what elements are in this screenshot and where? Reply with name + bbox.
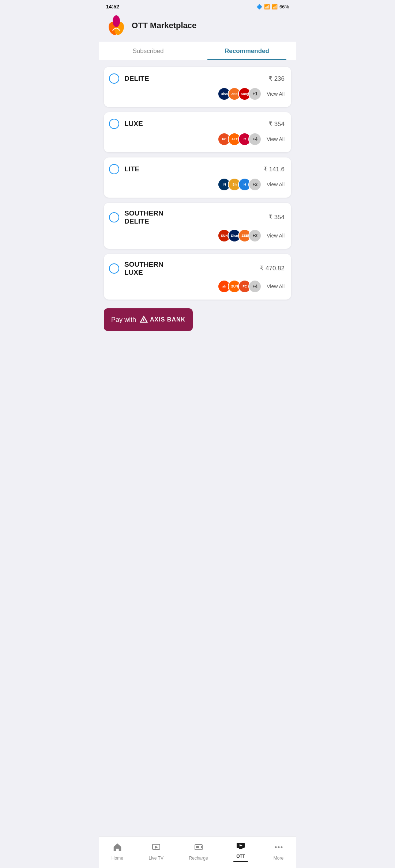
more-badge-southern-delite: +2 xyxy=(248,229,262,242)
more-badge-luxe: +4 xyxy=(248,133,262,146)
bluetooth-icon: 🔷 xyxy=(256,4,262,9)
radio-delite[interactable] xyxy=(109,73,119,84)
channel-icons-luxe: FC ALT R +4 xyxy=(218,133,262,146)
view-all-luxe[interactable]: View All xyxy=(267,136,285,142)
tab-subscribed[interactable]: Subscribed xyxy=(99,42,198,60)
plan-name-wrap-southern-delite: SOUTHERN DELITE xyxy=(124,209,163,225)
plan-name-southern-luxe-1: SOUTHERN xyxy=(124,260,163,269)
pay-label: Pay with xyxy=(111,316,136,324)
svg-point-2 xyxy=(113,15,120,27)
view-all-southern-delite[interactable]: View All xyxy=(267,233,285,239)
app-logo xyxy=(106,15,127,36)
axis-logo-icon xyxy=(140,316,148,324)
radio-luxe[interactable] xyxy=(109,119,119,129)
radio-southern-delite[interactable] xyxy=(109,212,119,222)
plan-name-southern-delite-2: DELITE xyxy=(124,217,163,225)
plan-name-luxe: LUXE xyxy=(124,120,143,128)
plan-card-luxe[interactable]: LUXE ₹ 354 FC ALT R +4 View All xyxy=(104,112,291,152)
tabs-container: Subscribed Recommended xyxy=(99,42,296,60)
plan-card-southern-luxe[interactable]: SOUTHERN LUXE ₹ 470.82 ah SUN FC +4 View… xyxy=(104,254,291,300)
app-title: OTT Marketplace xyxy=(132,21,196,30)
view-all-lite[interactable]: View All xyxy=(267,182,285,187)
plan-card-delite[interactable]: DELITE ₹ 236 Disn ZEE Sony +1 View All xyxy=(104,67,291,107)
plan-name-lite: LITE xyxy=(124,165,139,173)
plan-name-southern-delite-1: SOUTHERN xyxy=(124,209,163,217)
view-all-southern-luxe[interactable]: View All xyxy=(267,283,285,289)
plan-card-lite[interactable]: LITE ₹ 141.6 IN Sh H +2 View All xyxy=(104,157,291,198)
plan-name-delite: DELITE xyxy=(124,75,149,83)
plans-list: DELITE ₹ 236 Disn ZEE Sony +1 View All L… xyxy=(99,60,296,306)
more-badge-lite: +2 xyxy=(248,178,262,191)
view-all-delite[interactable]: View All xyxy=(267,91,285,97)
axis-bank-name: AXIS BANK xyxy=(150,316,185,323)
pay-button[interactable]: Pay with AXIS BANK xyxy=(104,308,193,331)
plan-price-lite: ₹ 141.6 xyxy=(263,165,285,173)
channel-icons-southern-luxe: ah SUN FC +4 xyxy=(218,280,262,293)
tab-recommended[interactable]: Recommended xyxy=(198,42,296,60)
battery-level: 66% xyxy=(279,4,289,9)
more-badge-southern-luxe: +4 xyxy=(248,280,262,293)
plan-price-delite: ₹ 236 xyxy=(268,75,285,83)
channel-icons-southern-delite: SUN Disn ZEE +2 xyxy=(218,229,262,242)
plan-price-luxe: ₹ 354 xyxy=(268,120,285,128)
more-badge-delite: +1 xyxy=(248,87,262,100)
channel-icons-delite: Disn ZEE Sony +1 xyxy=(218,87,262,100)
plan-name-southern-luxe-2: LUXE xyxy=(124,269,163,277)
signal-icon: 📶 xyxy=(272,4,278,9)
channel-icons-lite: IN Sh H +2 xyxy=(218,178,262,191)
status-icons: 🔷 📶 📶 66% xyxy=(256,4,289,9)
plan-name-wrap-southern-luxe: SOUTHERN LUXE xyxy=(124,260,163,277)
header: OTT Marketplace xyxy=(99,12,296,42)
wifi-icon: 📶 xyxy=(264,4,270,9)
plan-price-southern-delite: ₹ 354 xyxy=(268,213,285,221)
plan-price-southern-luxe: ₹ 470.82 xyxy=(260,264,285,272)
radio-lite[interactable] xyxy=(109,164,119,174)
axis-bank-logo: AXIS BANK xyxy=(140,316,185,324)
status-bar: 14:52 🔷 📶 📶 66% xyxy=(99,0,296,12)
status-time: 14:52 xyxy=(106,4,119,9)
radio-southern-luxe[interactable] xyxy=(109,263,119,274)
plan-card-southern-delite[interactable]: SOUTHERN DELITE ₹ 354 SUN Disn ZEE +2 Vi… xyxy=(104,203,291,249)
